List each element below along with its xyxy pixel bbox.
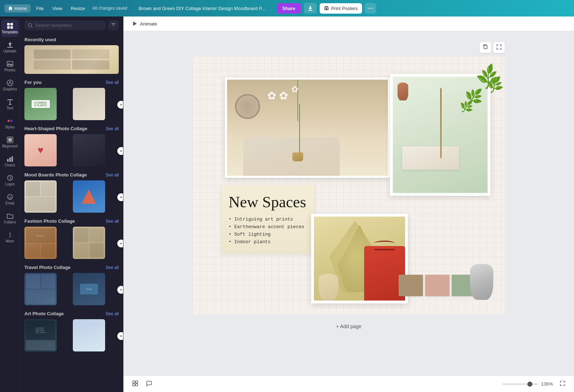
main-layout: Templates Uploads Photos Graphics Text S…: [0, 16, 574, 392]
fashion-next-arrow[interactable]: [117, 240, 123, 247]
art-next-arrow[interactable]: [117, 332, 123, 340]
bullet-list: Intriguing art prints Earthenware accent…: [229, 217, 307, 245]
mood-next-arrow[interactable]: [117, 193, 123, 201]
search-input[interactable]: [35, 23, 102, 28]
svg-marker-30: [133, 22, 137, 26]
svg-point-3: [368, 8, 369, 9]
fashion-see-all[interactable]: See all: [105, 219, 119, 224]
swatch-tan: [399, 275, 423, 296]
right-photo-frame[interactable]: 🌿 🌿: [390, 74, 490, 196]
travel-thumb-1[interactable]: [24, 273, 57, 305]
svg-point-23: [8, 194, 13, 199]
svg-rect-10: [7, 47, 13, 48]
mood-thumb-2[interactable]: [73, 180, 105, 213]
sidebar-item-folders[interactable]: Folders: [1, 209, 19, 227]
main-photo-inner: ✿ ✿ ✿: [227, 80, 388, 176]
fashion-thumb-1[interactable]: be free...: [24, 227, 57, 259]
animate-button[interactable]: Animate: [129, 19, 160, 28]
canvas-toolbar: Animate: [123, 16, 574, 31]
for-you-thumb-1[interactable]: FLOWERS& PLANTS: [24, 88, 57, 120]
sidebar-item-graphics[interactable]: Graphics: [1, 76, 19, 94]
art-thumb-1[interactable]: 25 HANDYBIRTHDAYGIFT IDEAS: [24, 319, 57, 351]
more-options-button[interactable]: [365, 3, 376, 14]
heart-next-arrow[interactable]: [117, 147, 123, 155]
filter-button[interactable]: [108, 20, 119, 30]
photos-label: Photos: [4, 68, 15, 72]
recently-used-thumb[interactable]: [24, 45, 119, 74]
moodboard-canvas[interactable]: ✿ ✿ ✿ my fave artist: [193, 56, 505, 314]
svg-rect-21: [11, 156, 13, 162]
sidebar-item-more[interactable]: More: [1, 228, 19, 246]
heart-thumb-2[interactable]: [73, 134, 105, 166]
travel-section-header: Travel Photo Collage See all: [20, 262, 123, 271]
sidebar-item-text[interactable]: Text: [1, 95, 19, 113]
fullscreen-button[interactable]: [558, 379, 567, 389]
left-sidebar: Templates Uploads Photos Graphics Text S…: [0, 16, 20, 392]
svg-point-16: [10, 120, 13, 122]
resize-menu[interactable]: Resize: [68, 4, 88, 13]
heart-see-all[interactable]: See all: [105, 126, 119, 131]
topbar-actions: Share Print Posters: [277, 3, 377, 14]
mood-see-all[interactable]: See all: [105, 173, 119, 178]
sidebar-item-charts[interactable]: Charts: [1, 152, 19, 170]
sidebar-item-styles[interactable]: Styles: [1, 114, 19, 132]
for-you-next-arrow[interactable]: [117, 101, 123, 109]
mood-thumb-1[interactable]: [24, 180, 57, 213]
canvas-top-actions: [193, 42, 505, 53]
file-menu[interactable]: File: [33, 4, 47, 13]
home-button[interactable]: Home: [4, 4, 30, 13]
add-page-button[interactable]: + Add page: [331, 321, 366, 331]
zoom-slider[interactable]: [502, 383, 538, 385]
save-status: All changes saved: [92, 6, 127, 11]
svg-point-13: [7, 80, 13, 86]
expand-canvas-button[interactable]: [493, 42, 505, 53]
animate-icon: [132, 21, 138, 27]
for-you-thumb-2[interactable]: [73, 88, 105, 120]
copy-canvas-button[interactable]: [480, 42, 491, 53]
svg-point-5: [372, 8, 373, 9]
bottom-left-tools: [131, 379, 154, 389]
emoji-label: Emoji: [5, 201, 14, 205]
zoom-thumb[interactable]: [527, 382, 532, 387]
new-spaces-title: New Spaces: [229, 194, 307, 211]
view-menu[interactable]: View: [50, 4, 65, 13]
share-button[interactable]: Share: [277, 3, 301, 14]
svg-point-28: [9, 236, 10, 237]
fashion-thumbs: be free...: [20, 225, 123, 262]
bottom-photo-inner: [314, 217, 405, 301]
svg-rect-9: [10, 26, 13, 29]
art-see-all[interactable]: See all: [105, 311, 119, 316]
art-section-header: Art Photo Collage See all: [20, 308, 123, 318]
fashion-thumb-2[interactable]: [73, 227, 105, 259]
sidebar-item-emoji[interactable]: Emoji: [1, 190, 19, 208]
sidebar-item-uploads[interactable]: Uploads: [1, 38, 19, 56]
bullet-item-2: Earthenware accent pieces: [229, 224, 307, 230]
art-thumb-2[interactable]: [73, 319, 105, 351]
main-photo[interactable]: ✿ ✿ ✿: [225, 77, 390, 178]
sidebar-item-background[interactable]: Bkground: [1, 133, 19, 151]
sidebar-item-logos[interactable]: Logos: [1, 171, 19, 189]
travel-see-all[interactable]: See all: [105, 265, 119, 270]
travel-thumb-2[interactable]: travel: [73, 273, 105, 305]
for-you-see-all[interactable]: See all: [105, 80, 119, 85]
mood-title: Mood Boards Photo Collage: [24, 172, 87, 178]
heart-thumb-1[interactable]: ♥: [24, 134, 57, 166]
sidebar-item-photos[interactable]: Photos: [1, 57, 19, 75]
svg-rect-33: [133, 381, 135, 383]
grid-view-button[interactable]: [131, 379, 140, 389]
zoom-controls: 136%: [502, 379, 567, 389]
print-posters-button[interactable]: Print Posters: [320, 3, 362, 14]
art-thumbs: 25 HANDYBIRTHDAYGIFT IDEAS: [20, 318, 123, 354]
svg-rect-2: [325, 8, 327, 10]
sidebar-item-templates[interactable]: Templates: [1, 19, 19, 37]
comment-button[interactable]: [144, 379, 154, 389]
text-block[interactable]: New Spaces Intriguing art prints Earthen…: [221, 185, 315, 254]
search-area: [20, 16, 123, 34]
mood-thumbs: [20, 179, 123, 216]
download-button[interactable]: [304, 3, 317, 14]
svg-point-4: [370, 8, 371, 9]
bottom-center-photo[interactable]: [311, 214, 408, 303]
right-photo-inner: 🌿 🌿: [393, 77, 488, 193]
canvas-scroll[interactable]: ✿ ✿ ✿ my fave artist: [123, 31, 574, 376]
travel-next-arrow[interactable]: [117, 286, 123, 294]
